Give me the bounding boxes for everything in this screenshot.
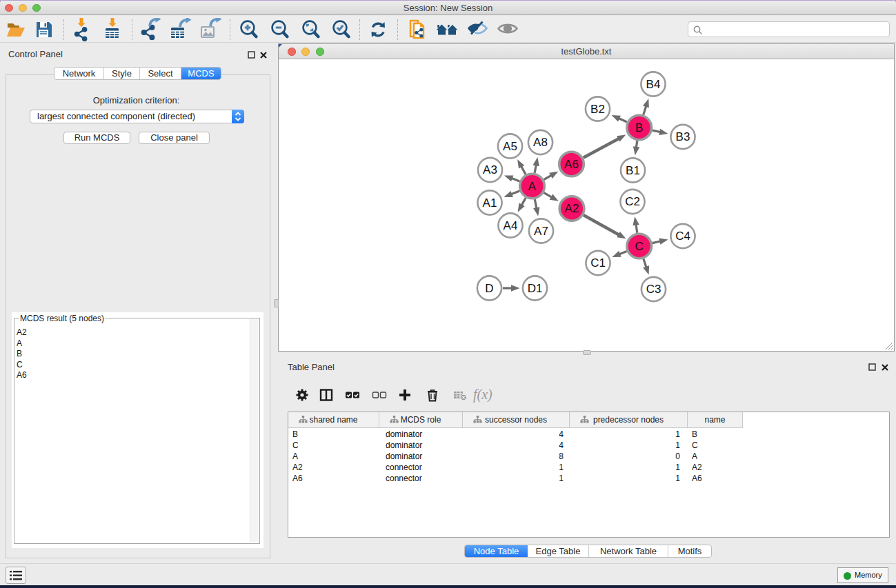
- svg-text:C3: C3: [646, 283, 661, 296]
- svg-text:C: C: [635, 240, 644, 253]
- svg-text:A8: A8: [533, 136, 548, 149]
- svg-text:A3: A3: [483, 163, 497, 176]
- svg-text:D1: D1: [528, 282, 543, 295]
- svg-text:A4: A4: [504, 219, 518, 232]
- svg-text:A6: A6: [564, 158, 579, 171]
- svg-text:C1: C1: [590, 256, 606, 270]
- svg-text:C2: C2: [625, 195, 640, 208]
- svg-text:A1: A1: [483, 196, 497, 210]
- svg-text:B: B: [635, 121, 643, 134]
- svg-text:B1: B1: [626, 164, 640, 177]
- svg-text:B3: B3: [676, 130, 690, 143]
- svg-text:C4: C4: [675, 230, 690, 243]
- svg-text:A2: A2: [565, 202, 579, 215]
- svg-text:A5: A5: [503, 140, 517, 153]
- svg-text:B4: B4: [646, 78, 661, 91]
- svg-text:A: A: [528, 180, 537, 193]
- svg-text:D: D: [485, 282, 493, 295]
- svg-text:A7: A7: [534, 225, 548, 238]
- svg-text:B2: B2: [590, 103, 605, 116]
